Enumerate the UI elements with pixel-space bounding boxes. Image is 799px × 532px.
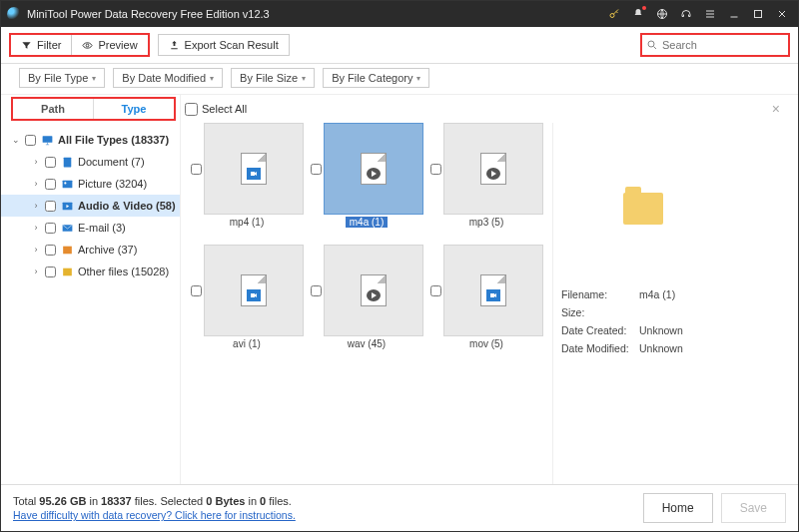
file-cell[interactable]: m4a (1) (307, 123, 426, 241)
preview-button[interactable]: Preview (72, 35, 147, 55)
select-all-checkbox[interactable] (185, 103, 198, 116)
expand-icon[interactable]: › (31, 223, 41, 233)
file-checkbox[interactable] (191, 285, 202, 296)
globe-icon[interactable] (652, 4, 672, 24)
tree-item[interactable]: ›Document (7) (1, 151, 180, 173)
bell-icon[interactable] (628, 4, 648, 24)
sidebar: Path Type ⌄ All File Types (18337) ›Docu… (1, 95, 181, 484)
file-checkbox[interactable] (311, 164, 322, 175)
chevron-down-icon: ▾ (302, 74, 306, 83)
file-thumb[interactable] (324, 123, 423, 215)
tree-checkbox[interactable] (45, 245, 56, 256)
tree-item[interactable]: ›E-mail (3) (1, 217, 180, 239)
file-icon (241, 153, 267, 185)
filter-button[interactable]: Filter (11, 35, 72, 55)
collapse-icon[interactable]: ⌄ (11, 135, 21, 145)
filter-file-size[interactable]: By File Size▾ (231, 68, 315, 88)
app-title: MiniTool Power Data Recovery Free Editio… (27, 8, 270, 20)
tree-checkbox[interactable] (45, 266, 56, 277)
tree-item[interactable]: ›Picture (3204) (1, 173, 180, 195)
category-icon (60, 243, 74, 257)
property-value: m4a (1) (639, 288, 724, 300)
expand-icon[interactable]: › (31, 179, 41, 189)
property-value: Unknown (639, 324, 724, 336)
filter-file-type[interactable]: By File Type▾ (19, 68, 105, 88)
property-row: Size: (561, 306, 724, 318)
category-icon (60, 177, 74, 191)
file-thumb[interactable] (443, 123, 543, 215)
file-cell[interactable]: avi (1) (187, 245, 307, 362)
maximize-icon[interactable] (748, 4, 768, 24)
tree-checkbox[interactable] (45, 157, 56, 168)
tree-item[interactable]: ›Other files (15028) (1, 261, 180, 282)
key-icon[interactable] (604, 4, 624, 24)
tree-checkbox[interactable] (45, 201, 56, 212)
expand-icon[interactable]: › (31, 266, 41, 276)
svg-point-4 (648, 41, 654, 47)
expand-icon[interactable]: › (31, 157, 41, 167)
folder-icon (623, 193, 663, 225)
filter-date-modified[interactable]: By Date Modified▾ (113, 68, 223, 88)
file-name: avi (1) (233, 338, 261, 349)
tree-root[interactable]: ⌄ All File Types (18337) (1, 129, 180, 151)
tree-checkbox[interactable] (25, 135, 36, 146)
help-link[interactable]: Have difficulty with data recovery? Clic… (13, 509, 296, 521)
file-icon (361, 153, 387, 185)
property-row: Date Modified:Unknown (561, 342, 724, 354)
headset-icon[interactable] (676, 4, 696, 24)
close-preview-icon[interactable]: × (772, 101, 780, 117)
menu-icon[interactable] (700, 4, 720, 24)
close-icon[interactable] (772, 4, 792, 24)
file-icon (480, 153, 506, 185)
file-thumb[interactable] (204, 123, 304, 215)
tree-item-label: Audio & Video (58) (78, 200, 176, 212)
preview-thumb (583, 159, 703, 259)
file-name: mp3 (5) (469, 217, 503, 228)
property-row: Filename:m4a (1) (561, 288, 724, 300)
file-checkbox[interactable] (430, 285, 441, 296)
file-cell[interactable]: mp3 (5) (426, 123, 546, 241)
property-value: Unknown (639, 342, 724, 354)
save-button[interactable]: Save (721, 493, 786, 523)
tree-item[interactable]: ›Audio & Video (58) (1, 195, 180, 217)
file-thumb[interactable] (204, 245, 304, 336)
tree-item-label: Document (7) (78, 156, 145, 168)
file-checkbox[interactable] (430, 164, 441, 175)
file-cell[interactable]: mp4 (1) (187, 123, 307, 241)
tree-checkbox[interactable] (45, 223, 56, 234)
expand-icon[interactable]: › (31, 245, 41, 255)
property-key: Date Created: (561, 324, 639, 336)
category-icon (60, 265, 74, 278)
file-checkbox[interactable] (191, 164, 202, 175)
export-button[interactable]: Export Scan Result (158, 34, 290, 56)
titlebar: MiniTool Power Data Recovery Free Editio… (1, 1, 798, 27)
tree-checkbox[interactable] (45, 179, 56, 190)
file-thumb[interactable] (324, 245, 423, 336)
home-button[interactable]: Home (643, 493, 713, 523)
search-box[interactable] (640, 33, 790, 57)
filter-file-category[interactable]: By File Category▾ (323, 68, 429, 88)
expand-icon[interactable]: › (31, 201, 41, 211)
tree-item[interactable]: ›Archive (37) (1, 239, 180, 261)
svg-rect-6 (63, 157, 71, 167)
file-grid: mp4 (1)m4a (1)mp3 (5)avi (1)wav (45)mov … (181, 123, 552, 484)
property-key: Date Modified: (561, 342, 639, 354)
chevron-down-icon: ▾ (92, 74, 96, 83)
preview-pane: Filename:m4a (1)Size:Date Created:Unknow… (552, 123, 732, 484)
tree-item-label: E-mail (3) (78, 222, 126, 234)
file-cell[interactable]: mov (5) (426, 245, 546, 362)
chevron-down-icon: ▾ (416, 74, 420, 83)
file-checkbox[interactable] (311, 285, 322, 296)
minimize-icon[interactable] (724, 4, 744, 24)
file-thumb[interactable] (443, 245, 543, 336)
file-icon (361, 274, 387, 306)
svg-rect-11 (63, 246, 72, 254)
footer: Total 95.26 GB in 18337 files. Selected … (1, 484, 798, 531)
file-name: mov (5) (469, 338, 503, 349)
property-row: Date Created:Unknown (561, 324, 724, 336)
tab-type[interactable]: Type (93, 99, 174, 119)
tab-path[interactable]: Path (13, 99, 93, 119)
file-cell[interactable]: wav (45) (307, 245, 426, 362)
file-name: wav (45) (348, 338, 386, 349)
search-input[interactable] (662, 39, 772, 51)
